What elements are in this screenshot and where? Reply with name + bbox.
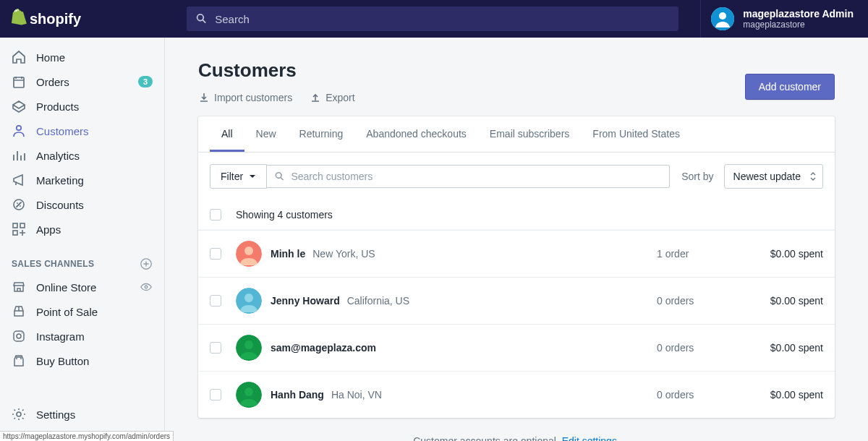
row-checkbox[interactable] (210, 389, 221, 401)
sidebar-item-apps[interactable]: Apps (0, 217, 164, 241)
sort-select[interactable]: Newest update (724, 164, 823, 189)
user-menu[interactable]: mageplazastore Admin mageplazastore (700, 0, 868, 38)
sidebar-item-products[interactable]: Products (0, 94, 164, 119)
customer-location: California, US (347, 295, 409, 307)
customer-orders: 0 orders (657, 295, 736, 307)
section-title-text: SALES CHANNELS (12, 259, 94, 269)
nav-label: Orders (36, 76, 138, 88)
footer-text: Customer accounts are optional. (413, 435, 561, 441)
footer-after: . (617, 435, 620, 441)
sidebar-settings[interactable]: Settings (0, 402, 164, 427)
svg-rect-8 (13, 231, 17, 235)
svg-rect-6 (13, 223, 17, 228)
showing-row: Showing 4 customers (198, 200, 835, 230)
customer-search-input[interactable] (291, 171, 662, 182)
customer-row[interactable]: Jenny HowardCalifornia, US0 orders$0.00 … (198, 277, 835, 324)
customer-spent: $0.00 spent (736, 342, 823, 354)
shopify-logo-icon: shopify (10, 9, 90, 29)
customer-name: Jenny Howard (271, 295, 340, 307)
import-customers-button[interactable]: Import customers (198, 92, 292, 103)
row-checkbox[interactable] (210, 248, 221, 260)
customer-row[interactable]: Minh leNew York, US1 order$0.00 spent (198, 230, 835, 277)
settings-label: Settings (36, 408, 75, 421)
nav-label: Marketing (36, 174, 153, 187)
footer-note: Customer accounts are optional. Edit set… (165, 418, 868, 441)
user-name: mageplazastore Admin (743, 8, 854, 20)
orders-badge: 3 (138, 76, 153, 87)
sidebar-item-analytics[interactable]: Analytics (0, 143, 164, 168)
caret-down-icon (249, 173, 256, 180)
download-icon (198, 92, 210, 103)
customer-name: sam@mageplaza.com (271, 342, 376, 354)
tab-returning[interactable]: Returning (288, 116, 355, 152)
orders-icon (12, 74, 26, 89)
customer-row[interactable]: Hanh DangHa Noi, VN0 orders$0.00 spent (198, 371, 835, 418)
sidebar: Home Orders 3 Products Customers Analyti… (0, 38, 165, 441)
search-box[interactable] (187, 7, 678, 31)
customers-icon (12, 124, 26, 138)
products-icon (12, 99, 26, 114)
channel-buy-button[interactable]: Buy Button (0, 348, 164, 373)
customer-avatar (236, 288, 262, 314)
edit-settings-link[interactable]: Edit settings (562, 435, 617, 441)
row-checkbox[interactable] (210, 295, 221, 307)
nav-label: Customers (36, 125, 153, 137)
nav-list: Home Orders 3 Products Customers Analyti… (0, 38, 164, 241)
filter-button[interactable]: Filter (210, 164, 267, 189)
customer-orders: 1 order (657, 248, 736, 260)
customer-row[interactable]: sam@mageplaza.com0 orders$0.00 spent (198, 324, 835, 371)
page-header: Customers Import customers Export Add cu… (165, 38, 868, 116)
channel-label: Point of Sale (36, 306, 153, 318)
sidebar-item-orders[interactable]: Orders 3 (0, 69, 164, 94)
user-info: mageplazastore Admin mageplazastore (743, 8, 854, 30)
add-channel-icon[interactable] (140, 257, 153, 270)
customer-spent: $0.00 spent (736, 389, 823, 401)
sort-label: Sort by (681, 171, 713, 182)
tab-email-subscribers[interactable]: Email subscribers (478, 116, 581, 152)
add-customer-button[interactable]: Add customer (745, 74, 835, 100)
customer-location: New York, US (312, 248, 375, 260)
import-label: Import customers (214, 92, 292, 103)
channel-pos[interactable]: Point of Sale (0, 299, 164, 324)
svg-point-18 (244, 294, 253, 302)
channel-instagram[interactable]: Instagram (0, 324, 164, 348)
tab-new[interactable]: New (244, 116, 288, 152)
customer-avatar (236, 335, 262, 361)
nav-label: Home (36, 51, 153, 64)
customer-avatar (236, 382, 262, 408)
search-container (165, 7, 700, 31)
sidebar-item-discounts[interactable]: Discounts (0, 192, 164, 217)
sidebar-item-home[interactable]: Home (0, 45, 164, 69)
status-url: https://mageplazastore.myshopify.com/adm… (0, 431, 174, 441)
nav-label: Analytics (36, 150, 153, 162)
export-button[interactable]: Export (310, 92, 354, 103)
svg-point-16 (244, 247, 253, 255)
sales-channels-header: SALES CHANNELS (0, 241, 164, 275)
customer-search[interactable] (267, 165, 670, 188)
svg-rect-7 (20, 223, 25, 228)
tab-from-us[interactable]: From United States (581, 116, 692, 152)
row-checkbox[interactable] (210, 342, 221, 354)
channel-online-store[interactable]: Online Store (0, 275, 164, 299)
customer-name: Minh le (271, 248, 305, 260)
sidebar-item-customers[interactable]: Customers (0, 119, 164, 143)
svg-point-13 (22, 333, 23, 334)
sidebar-item-marketing[interactable]: Marketing (0, 168, 164, 192)
select-all-checkbox[interactable] (210, 209, 221, 220)
search-input[interactable] (215, 13, 670, 25)
filter-row: Filter Sort by Newest update (198, 153, 835, 200)
tab-all[interactable]: All (210, 116, 244, 152)
search-icon (195, 12, 208, 25)
svg-point-12 (17, 334, 21, 338)
main: Customers Import customers Export Add cu… (165, 38, 868, 441)
customers-card: All New Returning Abandoned checkouts Em… (198, 116, 835, 418)
svg-point-22 (244, 388, 253, 396)
eye-icon[interactable] (140, 281, 153, 294)
logo[interactable]: shopify (0, 9, 165, 29)
topbar: shopify mageplazastore Admin mageplazast… (0, 0, 868, 38)
customer-location: Ha Noi, VN (331, 389, 382, 401)
showing-text: Showing 4 customers (236, 209, 333, 220)
tab-abandoned[interactable]: Abandoned checkouts (354, 116, 478, 152)
sort-arrows-icon (809, 171, 817, 181)
customer-orders: 0 orders (657, 389, 736, 401)
